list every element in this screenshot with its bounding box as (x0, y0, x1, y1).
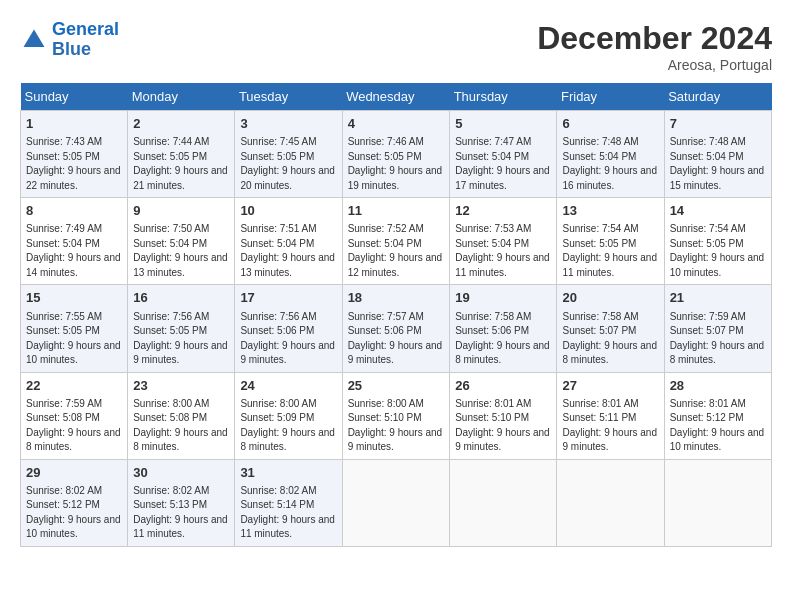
day-number: 6 (562, 115, 658, 133)
calendar-cell (664, 459, 771, 546)
calendar-cell: 20Sunrise: 7:58 AMSunset: 5:07 PMDayligh… (557, 285, 664, 372)
calendar-cell: 2Sunrise: 7:44 AMSunset: 5:05 PMDaylight… (128, 111, 235, 198)
weekday-header-monday: Monday (128, 83, 235, 111)
day-number: 29 (26, 464, 122, 482)
logo-icon (20, 26, 48, 54)
calendar-week-2: 8Sunrise: 7:49 AMSunset: 5:04 PMDaylight… (21, 198, 772, 285)
calendar-cell: 18Sunrise: 7:57 AMSunset: 5:06 PMDayligh… (342, 285, 450, 372)
calendar-cell: 3Sunrise: 7:45 AMSunset: 5:05 PMDaylight… (235, 111, 342, 198)
calendar-cell: 24Sunrise: 8:00 AMSunset: 5:09 PMDayligh… (235, 372, 342, 459)
day-info: Sunrise: 8:01 AMSunset: 5:12 PMDaylight:… (670, 397, 766, 455)
day-number: 26 (455, 377, 551, 395)
day-number: 23 (133, 377, 229, 395)
calendar-cell: 8Sunrise: 7:49 AMSunset: 5:04 PMDaylight… (21, 198, 128, 285)
weekday-header-sunday: Sunday (21, 83, 128, 111)
day-info: Sunrise: 8:02 AMSunset: 5:13 PMDaylight:… (133, 484, 229, 542)
day-info: Sunrise: 7:50 AMSunset: 5:04 PMDaylight:… (133, 222, 229, 280)
day-number: 25 (348, 377, 445, 395)
day-info: Sunrise: 8:00 AMSunset: 5:10 PMDaylight:… (348, 397, 445, 455)
day-info: Sunrise: 7:46 AMSunset: 5:05 PMDaylight:… (348, 135, 445, 193)
day-info: Sunrise: 7:44 AMSunset: 5:05 PMDaylight:… (133, 135, 229, 193)
weekday-header-wednesday: Wednesday (342, 83, 450, 111)
calendar-week-1: 1Sunrise: 7:43 AMSunset: 5:05 PMDaylight… (21, 111, 772, 198)
day-number: 3 (240, 115, 336, 133)
logo-line2: Blue (52, 39, 91, 59)
day-info: Sunrise: 8:02 AMSunset: 5:14 PMDaylight:… (240, 484, 336, 542)
day-number: 7 (670, 115, 766, 133)
calendar-week-3: 15Sunrise: 7:55 AMSunset: 5:05 PMDayligh… (21, 285, 772, 372)
day-info: Sunrise: 8:00 AMSunset: 5:09 PMDaylight:… (240, 397, 336, 455)
day-number: 17 (240, 289, 336, 307)
day-info: Sunrise: 7:48 AMSunset: 5:04 PMDaylight:… (562, 135, 658, 193)
day-number: 11 (348, 202, 445, 220)
day-number: 21 (670, 289, 766, 307)
calendar-cell: 14Sunrise: 7:54 AMSunset: 5:05 PMDayligh… (664, 198, 771, 285)
day-info: Sunrise: 7:52 AMSunset: 5:04 PMDaylight:… (348, 222, 445, 280)
day-info: Sunrise: 7:56 AMSunset: 5:06 PMDaylight:… (240, 310, 336, 368)
day-number: 28 (670, 377, 766, 395)
weekday-header-saturday: Saturday (664, 83, 771, 111)
calendar-week-4: 22Sunrise: 7:59 AMSunset: 5:08 PMDayligh… (21, 372, 772, 459)
day-info: Sunrise: 8:01 AMSunset: 5:10 PMDaylight:… (455, 397, 551, 455)
calendar-cell (450, 459, 557, 546)
day-info: Sunrise: 7:53 AMSunset: 5:04 PMDaylight:… (455, 222, 551, 280)
day-info: Sunrise: 8:02 AMSunset: 5:12 PMDaylight:… (26, 484, 122, 542)
location: Areosa, Portugal (537, 57, 772, 73)
calendar-cell: 9Sunrise: 7:50 AMSunset: 5:04 PMDaylight… (128, 198, 235, 285)
calendar-cell: 19Sunrise: 7:58 AMSunset: 5:06 PMDayligh… (450, 285, 557, 372)
calendar-cell: 17Sunrise: 7:56 AMSunset: 5:06 PMDayligh… (235, 285, 342, 372)
weekday-header-thursday: Thursday (450, 83, 557, 111)
svg-marker-0 (24, 29, 45, 47)
day-info: Sunrise: 7:48 AMSunset: 5:04 PMDaylight:… (670, 135, 766, 193)
day-number: 27 (562, 377, 658, 395)
calendar-cell: 30Sunrise: 8:02 AMSunset: 5:13 PMDayligh… (128, 459, 235, 546)
day-number: 5 (455, 115, 551, 133)
day-info: Sunrise: 7:56 AMSunset: 5:05 PMDaylight:… (133, 310, 229, 368)
day-info: Sunrise: 7:43 AMSunset: 5:05 PMDaylight:… (26, 135, 122, 193)
calendar-cell: 11Sunrise: 7:52 AMSunset: 5:04 PMDayligh… (342, 198, 450, 285)
day-info: Sunrise: 7:59 AMSunset: 5:08 PMDaylight:… (26, 397, 122, 455)
day-number: 14 (670, 202, 766, 220)
day-info: Sunrise: 7:54 AMSunset: 5:05 PMDaylight:… (670, 222, 766, 280)
day-info: Sunrise: 7:58 AMSunset: 5:06 PMDaylight:… (455, 310, 551, 368)
day-number: 10 (240, 202, 336, 220)
day-number: 4 (348, 115, 445, 133)
calendar-cell: 25Sunrise: 8:00 AMSunset: 5:10 PMDayligh… (342, 372, 450, 459)
logo-line1: General (52, 19, 119, 39)
day-number: 19 (455, 289, 551, 307)
title-area: December 2024 Areosa, Portugal (537, 20, 772, 73)
page-header: General Blue December 2024 Areosa, Portu… (20, 20, 772, 73)
day-number: 20 (562, 289, 658, 307)
calendar: SundayMondayTuesdayWednesdayThursdayFrid… (20, 83, 772, 547)
month-title: December 2024 (537, 20, 772, 57)
day-number: 15 (26, 289, 122, 307)
day-number: 13 (562, 202, 658, 220)
day-info: Sunrise: 7:58 AMSunset: 5:07 PMDaylight:… (562, 310, 658, 368)
calendar-cell: 6Sunrise: 7:48 AMSunset: 5:04 PMDaylight… (557, 111, 664, 198)
day-info: Sunrise: 7:49 AMSunset: 5:04 PMDaylight:… (26, 222, 122, 280)
logo-text: General Blue (52, 20, 119, 60)
day-number: 22 (26, 377, 122, 395)
day-number: 24 (240, 377, 336, 395)
calendar-cell: 28Sunrise: 8:01 AMSunset: 5:12 PMDayligh… (664, 372, 771, 459)
calendar-cell: 29Sunrise: 8:02 AMSunset: 5:12 PMDayligh… (21, 459, 128, 546)
day-info: Sunrise: 7:54 AMSunset: 5:05 PMDaylight:… (562, 222, 658, 280)
calendar-cell: 21Sunrise: 7:59 AMSunset: 5:07 PMDayligh… (664, 285, 771, 372)
day-number: 18 (348, 289, 445, 307)
day-number: 12 (455, 202, 551, 220)
calendar-cell (557, 459, 664, 546)
calendar-cell: 31Sunrise: 8:02 AMSunset: 5:14 PMDayligh… (235, 459, 342, 546)
calendar-cell: 13Sunrise: 7:54 AMSunset: 5:05 PMDayligh… (557, 198, 664, 285)
calendar-cell: 16Sunrise: 7:56 AMSunset: 5:05 PMDayligh… (128, 285, 235, 372)
weekday-header-friday: Friday (557, 83, 664, 111)
day-info: Sunrise: 7:45 AMSunset: 5:05 PMDaylight:… (240, 135, 336, 193)
calendar-cell: 26Sunrise: 8:01 AMSunset: 5:10 PMDayligh… (450, 372, 557, 459)
weekday-header-tuesday: Tuesday (235, 83, 342, 111)
calendar-cell (342, 459, 450, 546)
day-info: Sunrise: 7:47 AMSunset: 5:04 PMDaylight:… (455, 135, 551, 193)
day-info: Sunrise: 7:55 AMSunset: 5:05 PMDaylight:… (26, 310, 122, 368)
weekday-header-row: SundayMondayTuesdayWednesdayThursdayFrid… (21, 83, 772, 111)
calendar-week-5: 29Sunrise: 8:02 AMSunset: 5:12 PMDayligh… (21, 459, 772, 546)
day-info: Sunrise: 8:00 AMSunset: 5:08 PMDaylight:… (133, 397, 229, 455)
logo: General Blue (20, 20, 119, 60)
